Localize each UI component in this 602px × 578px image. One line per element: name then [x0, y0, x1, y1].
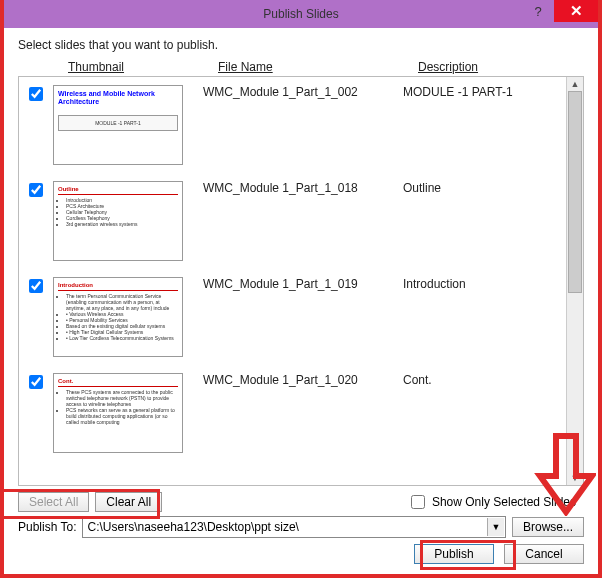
header-thumbnail[interactable]: Thumbnail: [68, 60, 218, 74]
slide-description[interactable]: Outline: [403, 181, 561, 195]
instruction-text: Select slides that you want to publish.: [18, 38, 584, 52]
help-button[interactable]: ?: [522, 0, 554, 22]
slide-thumbnail[interactable]: IntroductionThe term Personal Communicat…: [53, 277, 183, 357]
slide-row[interactable]: OutlineIntroductionPCS ArchitectureCellu…: [19, 173, 567, 269]
publish-to-path-combo[interactable]: C:\Users\naseeha123\Desktop\ppt size\ ▼: [82, 516, 506, 538]
slide-checkbox[interactable]: [29, 279, 43, 293]
browse-button[interactable]: Browse...: [512, 517, 584, 537]
scroll-thumb[interactable]: [568, 91, 582, 293]
show-only-selected-checkbox[interactable]: [411, 495, 425, 509]
slide-checkbox[interactable]: [29, 375, 43, 389]
window-title: Publish Slides: [4, 7, 598, 21]
slide-checkbox[interactable]: [29, 183, 43, 197]
slide-filename[interactable]: WMC_Module 1_Part_1_019: [183, 277, 403, 291]
slide-filename[interactable]: WMC_Module 1_Part_1_002: [183, 85, 403, 99]
slide-description[interactable]: Introduction: [403, 277, 561, 291]
title-bar: Publish Slides ? ✕: [4, 0, 598, 28]
slide-list: Wireless and Mobile Network Architecture…: [18, 76, 584, 486]
header-filename[interactable]: File Name: [218, 60, 418, 74]
column-headers: Thumbnail File Name Description: [18, 58, 584, 76]
publish-to-label: Publish To:: [18, 520, 76, 534]
close-button[interactable]: ✕: [554, 0, 598, 22]
slide-description[interactable]: MODULE -1 PART-1: [403, 85, 561, 99]
slide-row[interactable]: Wireless and Mobile Network Architecture…: [19, 77, 567, 173]
slide-filename[interactable]: WMC_Module 1_Part_1_018: [183, 181, 403, 195]
publish-to-path-value: C:\Users\naseeha123\Desktop\ppt size\: [87, 520, 298, 534]
vertical-scrollbar[interactable]: ▲ ▼: [566, 77, 583, 485]
slide-row[interactable]: Cont.These PCS systems are connected to …: [19, 365, 567, 461]
slide-thumbnail[interactable]: Wireless and Mobile Network Architecture…: [53, 85, 183, 165]
publish-button[interactable]: Publish: [414, 544, 494, 564]
scroll-down-arrow[interactable]: ▼: [567, 471, 583, 485]
slide-description[interactable]: Cont.: [403, 373, 561, 387]
scroll-up-arrow[interactable]: ▲: [567, 77, 583, 91]
header-description[interactable]: Description: [418, 60, 584, 74]
show-only-selected-label[interactable]: Show Only Selected Slides: [407, 492, 576, 512]
cancel-button[interactable]: Cancel: [504, 544, 584, 564]
select-all-button[interactable]: Select All: [18, 492, 89, 512]
clear-all-button[interactable]: Clear All: [95, 492, 162, 512]
slide-checkbox[interactable]: [29, 87, 43, 101]
slide-thumbnail[interactable]: OutlineIntroductionPCS ArchitectureCellu…: [53, 181, 183, 261]
slide-thumbnail[interactable]: Cont.These PCS systems are connected to …: [53, 373, 183, 453]
chevron-down-icon[interactable]: ▼: [487, 518, 504, 536]
slide-filename[interactable]: WMC_Module 1_Part_1_020: [183, 373, 403, 387]
slide-row[interactable]: IntroductionThe term Personal Communicat…: [19, 269, 567, 365]
